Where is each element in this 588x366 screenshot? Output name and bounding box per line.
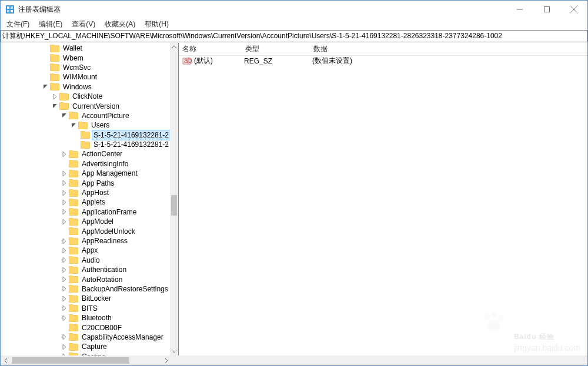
menu-view[interactable]: 查看(V) <box>68 18 99 31</box>
tree-node[interactable]: ClickNote <box>1 92 170 101</box>
expand-toggle[interactable] <box>41 43 50 53</box>
scroll-down-button[interactable] <box>170 347 178 355</box>
expand-toggle[interactable] <box>59 284 69 294</box>
hscroll-thumb[interactable] <box>12 357 129 364</box>
expand-toggle[interactable] <box>59 256 69 265</box>
expand-toggle[interactable] <box>59 275 69 284</box>
tree-label: Appx <box>81 246 99 255</box>
tree-label: ClickNote <box>71 92 103 101</box>
expand-toggle[interactable] <box>41 82 50 92</box>
svg-point-14 <box>487 321 500 331</box>
tree-node[interactable]: S-1-5-21-4169132281-2 <box>1 130 170 140</box>
tree-node[interactable]: Capture <box>1 342 170 351</box>
tree-node[interactable]: WIMMount <box>1 72 170 82</box>
expand-toggle[interactable] <box>59 159 69 169</box>
tree-label: Audio <box>81 256 101 265</box>
menu-help[interactable]: 帮助(H) <box>141 18 172 31</box>
expand-toggle[interactable] <box>59 197 69 207</box>
tree-node[interactable]: Wbem <box>1 53 170 62</box>
expand-toggle[interactable] <box>71 130 81 140</box>
tree-node[interactable]: AppHost <box>1 188 170 197</box>
expand-toggle[interactable] <box>59 333 69 342</box>
column-type[interactable]: 类型 <box>242 43 310 55</box>
tree-node[interactable]: Applets <box>1 197 170 207</box>
expand-toggle[interactable] <box>59 149 69 159</box>
expand-toggle[interactable] <box>59 313 69 323</box>
tree-node[interactable]: Users <box>1 120 170 130</box>
maximize-button[interactable] <box>533 1 560 18</box>
tree-node[interactable]: AppReadiness <box>1 236 170 246</box>
horizontal-scrollbar[interactable] <box>1 355 587 365</box>
svg-rect-4 <box>11 10 13 12</box>
tree-node[interactable]: BackupAndRestoreSettings <box>1 284 170 294</box>
expand-toggle[interactable] <box>50 92 59 101</box>
tree-node[interactable]: CurrentVersion <box>1 101 170 110</box>
tree-vertical-scrollbar[interactable] <box>170 43 178 355</box>
close-button[interactable] <box>560 1 587 18</box>
tree-node[interactable]: BITS <box>1 304 170 313</box>
tree-node[interactable]: Windows <box>1 82 170 92</box>
expand-toggle[interactable] <box>69 120 78 130</box>
tree-node[interactable]: AutoRotation <box>1 274 170 284</box>
expand-toggle[interactable] <box>59 265 69 274</box>
menu-edit[interactable]: 编辑(E) <box>35 18 66 31</box>
expand-toggle[interactable] <box>59 179 69 188</box>
tree-node[interactable]: C20CDB00F <box>1 323 170 332</box>
expand-toggle[interactable] <box>59 188 69 197</box>
minimize-button[interactable] <box>506 1 533 18</box>
svg-rect-1 <box>7 6 9 9</box>
tree-label: S-1-5-21-4169132281-2 <box>92 130 170 140</box>
expand-toggle[interactable] <box>59 246 69 255</box>
address-bar[interactable]: 计算机\HKEY_LOCAL_MACHINE\SOFTWARE\Microsof… <box>1 30 587 42</box>
tree-pane: WalletWbemWcmSvcWIMMountWindowsClickNote… <box>1 43 179 355</box>
expand-toggle[interactable] <box>59 207 69 217</box>
tree-node[interactable]: App Paths <box>1 178 170 187</box>
tree-node[interactable]: ActionCenter <box>1 149 170 159</box>
expand-toggle[interactable] <box>59 342 69 351</box>
registry-tree[interactable]: WalletWbemWcmSvcWIMMountWindowsClickNote… <box>1 43 170 355</box>
tree-node[interactable]: Audio <box>1 256 170 265</box>
expand-toggle[interactable] <box>41 72 50 82</box>
watermark-paw-icon <box>482 310 505 333</box>
tree-label: CurrentVersion <box>71 102 121 111</box>
menu-fav[interactable]: 收藏夹(A) <box>101 18 139 31</box>
expand-toggle[interactable] <box>59 217 69 226</box>
tree-label: Applets <box>81 197 106 207</box>
tree-node[interactable]: App Management <box>1 169 170 178</box>
tree-node[interactable]: WcmSvc <box>1 63 170 72</box>
expand-toggle[interactable] <box>41 53 50 63</box>
tree-node[interactable]: AppModel <box>1 217 170 226</box>
tree-label: Bluetooth <box>81 313 113 323</box>
scroll-thumb[interactable] <box>171 195 177 216</box>
tree-node[interactable]: AdvertisingInfo <box>1 159 170 169</box>
column-name[interactable]: 名称 <box>179 43 242 55</box>
expand-toggle[interactable] <box>50 102 59 111</box>
tree-node[interactable]: AppModelUnlock <box>1 226 170 236</box>
expand-toggle[interactable] <box>41 63 50 72</box>
expand-toggle[interactable] <box>59 111 69 120</box>
expand-toggle[interactable] <box>59 323 69 333</box>
tree-node[interactable]: Authentication <box>1 265 170 274</box>
value-row[interactable]: ab (默认) REG_SZ (数值未设置) <box>179 56 587 66</box>
tree-node[interactable]: S-1-5-21-4169132281-2 <box>1 140 170 149</box>
tree-node[interactable]: CapabilityAccessManager <box>1 333 170 342</box>
tree-node[interactable]: Bluetooth <box>1 313 170 323</box>
tree-node[interactable]: BitLocker <box>1 294 170 303</box>
expand-toggle[interactable] <box>59 169 69 178</box>
expand-toggle[interactable] <box>59 294 69 303</box>
tree-node[interactable]: ApplicationFrame <box>1 207 170 217</box>
scroll-left-button[interactable] <box>1 355 11 365</box>
tree-node[interactable]: Appx <box>1 246 170 255</box>
menu-file[interactable]: 文件(F) <box>3 18 33 31</box>
expand-toggle[interactable] <box>71 140 81 149</box>
expand-toggle[interactable] <box>59 236 69 246</box>
scroll-right-button[interactable] <box>161 355 171 365</box>
tree-node[interactable]: AccountPicture <box>1 111 170 120</box>
tree-label: ApplicationFrame <box>81 207 138 217</box>
tree-node[interactable]: Wallet <box>1 43 170 53</box>
scroll-up-button[interactable] <box>170 43 178 51</box>
column-data[interactable]: 数据 <box>310 43 587 55</box>
expand-toggle[interactable] <box>59 304 69 313</box>
value-type: REG_SZ <box>244 57 312 65</box>
expand-toggle[interactable] <box>59 227 69 236</box>
